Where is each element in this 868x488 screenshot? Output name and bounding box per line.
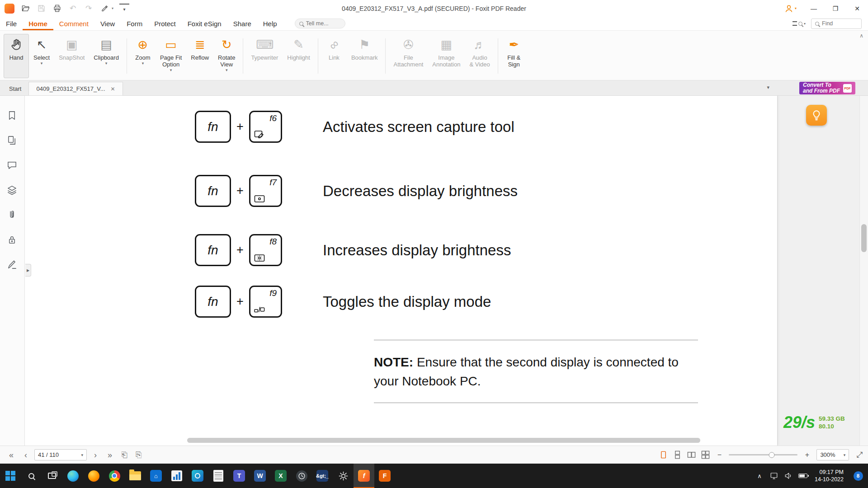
taskbar-chart-app[interactable] <box>166 464 187 488</box>
tell-me-search[interactable] <box>295 19 345 28</box>
bookmarks-panel-button[interactable] <box>7 110 18 121</box>
tray-show-hidden-icons-button[interactable]: ∧ <box>752 464 767 488</box>
format-painter-caret-icon[interactable]: ▾ <box>112 6 113 10</box>
menu-file[interactable]: File <box>0 17 23 30</box>
tab-close-icon[interactable]: ✕ <box>111 86 115 92</box>
facing-view-button[interactable] <box>687 450 696 459</box>
minimize-button[interactable]: — <box>803 0 825 17</box>
menu-protect[interactable]: Protect <box>148 17 182 30</box>
customize-toolbar-button[interactable]: ▾ <box>119 4 129 14</box>
menu-comment[interactable]: Comment <box>53 17 94 30</box>
taskbar-teams[interactable]: T <box>229 464 250 488</box>
ribbon-typewriter-button[interactable]: ⌨ Typewriter <box>246 34 283 78</box>
restore-button[interactable]: ❐ <box>825 0 846 17</box>
tell-me-input[interactable] <box>306 20 338 27</box>
print-button[interactable] <box>52 4 62 14</box>
sidebar-expander-handle[interactable]: ▶ <box>25 264 31 277</box>
taskbar-firefox[interactable] <box>83 464 104 488</box>
menu-view[interactable]: View <box>94 17 121 30</box>
tray-volume-button[interactable] <box>781 464 796 488</box>
taskbar-notepad[interactable] <box>208 464 229 488</box>
format-painter-button[interactable] <box>99 4 109 14</box>
tray-battery-button[interactable] <box>796 464 810 488</box>
account-button[interactable]: ▾ <box>784 4 797 13</box>
taskbar-search-button[interactable] <box>21 464 42 488</box>
ribbon-audio-video-button[interactable]: ♬ Audio & Video <box>465 34 494 78</box>
pages-panel-button[interactable] <box>7 135 18 146</box>
document-viewport[interactable]: fn + f6 Activates screen capture tool fn… <box>25 96 859 446</box>
first-page-button[interactable]: « <box>5 451 17 459</box>
taskbar-foxit-pdf-editor[interactable]: F <box>374 464 395 488</box>
zoom-slider-handle[interactable] <box>769 452 774 458</box>
start-button[interactable] <box>0 464 21 488</box>
undo-button[interactable]: ↶ <box>68 4 78 14</box>
close-button[interactable]: ✕ <box>846 0 868 17</box>
zoom-slider[interactable] <box>729 454 797 455</box>
ribbon-fill-sign-button[interactable]: ✒ Fill & Sign <box>501 34 527 78</box>
ribbon-snapshot-button[interactable]: ▣ SnapShot <box>54 34 89 78</box>
taskbar-edge[interactable] <box>62 464 83 488</box>
task-view-button[interactable] <box>42 464 62 488</box>
fullscreen-button[interactable]: ⤢ <box>856 450 863 460</box>
zoom-in-button[interactable]: + <box>803 451 811 459</box>
convert-pdf-banner[interactable]: Convert To and From PDF PDF <box>799 82 855 94</box>
menu-form[interactable]: Form <box>121 17 148 30</box>
taskbar-clock[interactable]: 09:17 PM 14-10-2022 <box>810 469 848 483</box>
single-page-view-button[interactable] <box>659 450 668 459</box>
horizontal-scrollbar-thumb[interactable] <box>187 438 700 443</box>
save-button[interactable] <box>36 4 46 14</box>
ribbon-reflow-button[interactable]: ≣ Reflow <box>186 34 213 78</box>
taskbar-word[interactable]: W <box>250 464 270 488</box>
next-page-button[interactable]: › <box>90 451 101 459</box>
ribbon-highlight-button[interactable]: ✎ Highlight <box>283 34 315 78</box>
taskbar-settings[interactable] <box>333 464 354 488</box>
ribbon-collapse-button[interactable]: ∧ <box>859 33 863 39</box>
redo-button[interactable]: ↷ <box>84 4 94 14</box>
taskbar-excel[interactable]: X <box>270 464 291 488</box>
find-input[interactable] <box>822 20 854 27</box>
vertical-scrollbar[interactable] <box>859 96 868 446</box>
ribbon-bookmark-button[interactable]: ⚑ Bookmark <box>347 34 382 78</box>
assistant-lightbulb-button[interactable] <box>806 105 827 126</box>
ribbon-select-button[interactable]: ↖ Select ▾ <box>29 34 54 78</box>
taskbar-microsoft-store[interactable]: ⌂ <box>146 464 166 488</box>
zoom-out-button[interactable]: − <box>715 451 723 459</box>
tab-start[interactable]: Start <box>2 82 28 95</box>
tab-document[interactable]: 0409_E20312_FX517_V... ✕ <box>28 82 123 95</box>
ribbon-hand-button[interactable]: Hand <box>4 34 29 78</box>
taskbar-chrome[interactable] <box>104 464 125 488</box>
layers-panel-button[interactable] <box>7 185 18 196</box>
continuous-facing-view-button[interactable] <box>701 450 710 459</box>
open-file-button[interactable] <box>20 4 30 14</box>
signature-panel-button[interactable] <box>7 259 18 270</box>
continuous-view-button[interactable] <box>673 450 682 459</box>
ribbon-image-annotation-button[interactable]: ▦ Image Annotation <box>428 34 465 78</box>
ribbon-link-button[interactable]: ∞ Link <box>321 34 347 78</box>
advanced-search-button[interactable]: ▾ <box>793 21 806 26</box>
ribbon-page-fit-button[interactable]: ▭ Page Fit Option ▾ <box>156 34 186 78</box>
taskbar-powershell[interactable]: &gt;_ <box>312 464 333 488</box>
ribbon-clipboard-button[interactable]: ▤ Clipboard ▾ <box>89 34 123 78</box>
previous-page-button[interactable]: ‹ <box>20 451 32 459</box>
find-box[interactable] <box>811 19 862 29</box>
menu-help[interactable]: Help <box>257 17 283 30</box>
menu-home[interactable]: Home <box>23 17 53 30</box>
last-page-button[interactable]: » <box>104 451 116 459</box>
taskbar-camera-app[interactable] <box>187 464 208 488</box>
taskbar-file-explorer[interactable] <box>125 464 146 488</box>
previous-view-button[interactable]: ⎗ <box>118 450 130 460</box>
vertical-scrollbar-thumb[interactable] <box>861 224 867 252</box>
page-number-box[interactable]: ▾ <box>34 449 87 460</box>
tray-display-button[interactable] <box>767 464 781 488</box>
comments-panel-button[interactable] <box>7 160 18 171</box>
next-view-button[interactable]: ⎘ <box>133 450 145 460</box>
ribbon-rotate-view-button[interactable]: ↻ Rotate View ▾ <box>213 34 240 78</box>
notification-center-button[interactable]: 8 <box>848 464 868 488</box>
page-number-input[interactable] <box>38 451 74 458</box>
attachments-panel-button[interactable] <box>7 210 18 221</box>
ribbon-file-attachment-button[interactable]: ✇ File Attachment <box>389 34 428 78</box>
taskbar-clock-app[interactable] <box>291 464 312 488</box>
zoom-level-box[interactable]: 300% ▾ <box>816 449 849 460</box>
taskbar-foxit-reader[interactable]: f <box>354 464 374 488</box>
menu-share[interactable]: Share <box>227 17 257 30</box>
